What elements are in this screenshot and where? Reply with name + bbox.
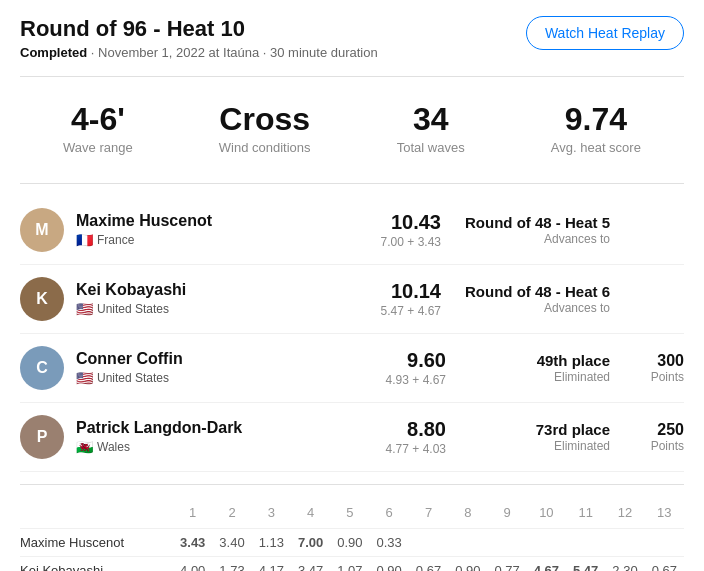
athlete-info: Conner Coffin 🇺🇸 United States	[76, 350, 386, 386]
wave-col-12: 12	[605, 501, 644, 529]
stat-value: 4-6'	[63, 101, 133, 138]
score-block: 10.14 5.47 + 4.67	[381, 280, 441, 318]
wave-col-9: 9	[487, 501, 526, 529]
result-title: 73rd place	[470, 421, 610, 438]
athlete-country: 🇫🇷 France	[76, 232, 381, 248]
wave-score-1-6: 0.67	[409, 557, 448, 572]
wave-table-row: Maxime Huscenot3.433.401.137.000.900.33	[20, 529, 684, 557]
score-detail: 4.93 + 4.67	[386, 373, 446, 387]
athlete-country: 🇺🇸 United States	[76, 301, 381, 317]
athlete-name: Patrick Langdon-Dark	[76, 419, 386, 437]
wave-col-3: 3	[252, 501, 291, 529]
wave-score-1-3: 3.47	[291, 557, 330, 572]
wave-score-1-8: 0.77	[487, 557, 526, 572]
wave-score-0-3: 7.00	[291, 529, 330, 557]
watch-replay-button[interactable]: Watch Heat Replay	[526, 16, 684, 50]
wave-score-0-9	[527, 529, 566, 557]
score-block: 8.80 4.77 + 4.03	[386, 418, 446, 456]
score-block: 10.43 7.00 + 3.43	[381, 211, 441, 249]
stat-value: 9.74	[551, 101, 641, 138]
stat-item: 34 Total waves	[397, 101, 465, 155]
wave-score-1-11: 2.30	[605, 557, 644, 572]
athlete-score-area: 10.14 5.47 + 4.67 Round of 48 - Heat 6 A…	[381, 280, 684, 318]
wave-table-body: Maxime Huscenot3.433.401.137.000.900.33K…	[20, 529, 684, 572]
athlete-info: Maxime Huscenot 🇫🇷 France	[76, 212, 381, 248]
wave-score-1-10: 5.47	[566, 557, 605, 572]
athlete-row: C Conner Coffin 🇺🇸 United States 9.60 4.…	[20, 334, 684, 403]
result-block: Round of 48 - Heat 5 Advances to	[465, 214, 610, 246]
status-badge: Completed	[20, 45, 87, 60]
stat-label: Wave range	[63, 140, 133, 155]
flag-icon: 🇫🇷	[76, 232, 93, 248]
wave-col-2: 2	[212, 501, 251, 529]
athlete-name: Kei Kobayashi	[76, 281, 381, 299]
result-title: Round of 48 - Heat 6	[465, 283, 610, 300]
wave-score-0-5: 0.33	[370, 529, 409, 557]
wave-col-6: 6	[370, 501, 409, 529]
points-label: Points	[634, 370, 684, 384]
avatar: C	[20, 346, 64, 390]
score-total: 9.60	[386, 349, 446, 372]
country-name: Wales	[97, 440, 130, 454]
score-total: 8.80	[386, 418, 446, 441]
wave-row-name: Kei Kobayashi	[20, 557, 173, 572]
points-value: 250	[634, 421, 684, 439]
score-detail: 5.47 + 4.67	[381, 304, 441, 318]
stat-label: Avg. heat score	[551, 140, 641, 155]
wave-score-1-1: 1.73	[212, 557, 251, 572]
wave-col-10: 10	[527, 501, 566, 529]
result-title: 49th place	[470, 352, 610, 369]
wave-table-row: Kei Kobayashi4.001.734.173.471.070.900.6…	[20, 557, 684, 572]
athlete-info: Patrick Langdon-Dark 🏴󠁧󠁢󠁷󠁬󠁳󠁿 Wales	[76, 419, 386, 455]
score-detail: 4.77 + 4.03	[386, 442, 446, 456]
wave-col-name	[20, 501, 173, 529]
athlete-row: P Patrick Langdon-Dark 🏴󠁧󠁢󠁷󠁬󠁳󠁿 Wales 8.8…	[20, 403, 684, 472]
athlete-name: Maxime Huscenot	[76, 212, 381, 230]
wave-score-1-12: 0.67	[645, 557, 684, 572]
athlete-row: M Maxime Huscenot 🇫🇷 France 10.43 7.00 +…	[20, 196, 684, 265]
stat-item: 4-6' Wave range	[63, 101, 133, 155]
result-sub: Eliminated	[470, 439, 610, 453]
athlete-country: 🇺🇸 United States	[76, 370, 386, 386]
wave-col-7: 7	[409, 501, 448, 529]
meta-text: ·	[91, 45, 98, 60]
wave-score-0-1: 3.40	[212, 529, 251, 557]
wave-score-1-0: 4.00	[173, 557, 212, 572]
stat-value: 34	[397, 101, 465, 138]
country-name: France	[97, 233, 134, 247]
stats-divider	[20, 183, 684, 184]
stat-label: Wind conditions	[219, 140, 311, 155]
country-name: United States	[97, 302, 169, 316]
result-block: 73rd place Eliminated	[470, 421, 610, 453]
wave-table: 12345678910111213 Maxime Huscenot3.433.4…	[20, 501, 684, 571]
wave-col-11: 11	[566, 501, 605, 529]
wave-score-0-12	[645, 529, 684, 557]
result-sub: Eliminated	[470, 370, 610, 384]
header-meta: Completed · November 1, 2022 at Itaúna ·…	[20, 45, 378, 60]
athlete-country: 🏴󠁧󠁢󠁷󠁬󠁳󠁿 Wales	[76, 439, 386, 455]
athlete-score-area: 9.60 4.93 + 4.67 49th place Eliminated 3…	[386, 349, 684, 387]
wave-score-0-0: 3.43	[173, 529, 212, 557]
wave-table-header-row: 12345678910111213	[20, 501, 684, 529]
stat-label: Total waves	[397, 140, 465, 155]
athletes-divider	[20, 484, 684, 485]
avatar: K	[20, 277, 64, 321]
score-total: 10.14	[381, 280, 441, 303]
wave-col-5: 5	[330, 501, 369, 529]
wave-score-1-4: 1.07	[330, 557, 369, 572]
avatar: P	[20, 415, 64, 459]
wave-col-1: 1	[173, 501, 212, 529]
stat-item: 9.74 Avg. heat score	[551, 101, 641, 155]
header-left: Round of 96 - Heat 10 Completed · Novemb…	[20, 16, 378, 60]
result-sub: Advances to	[465, 301, 610, 315]
wave-score-0-7	[448, 529, 487, 557]
result-block: Round of 48 - Heat 6 Advances to	[465, 283, 610, 315]
wave-col-13: 13	[645, 501, 684, 529]
wave-scores-table: 12345678910111213 Maxime Huscenot3.433.4…	[20, 501, 684, 571]
result-sub: Advances to	[465, 232, 610, 246]
wave-score-0-6	[409, 529, 448, 557]
stat-value: Cross	[219, 101, 311, 138]
wave-row-name: Maxime Huscenot	[20, 529, 173, 557]
flag-icon: 🏴󠁧󠁢󠁷󠁬󠁳󠁿	[76, 439, 93, 455]
wave-score-1-2: 4.17	[252, 557, 291, 572]
